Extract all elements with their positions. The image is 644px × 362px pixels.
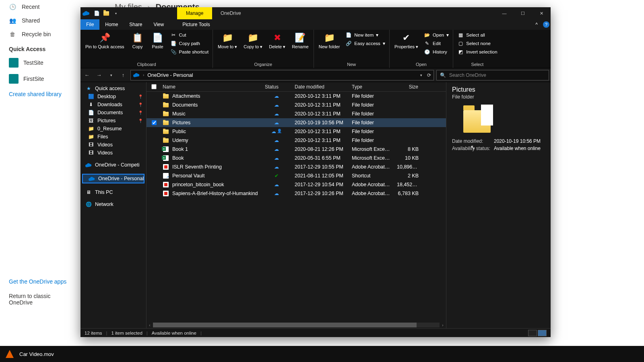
open-button[interactable]: 📂Open ▾ (422, 31, 450, 39)
file-row[interactable]: Personal Vault ✔ 2021-08-11 12:05 PM Sho… (147, 171, 446, 180)
copy-to-button[interactable]: 📁Copy to ▾ (241, 31, 265, 49)
manage-contextual-tab[interactable]: Manage (177, 7, 212, 19)
column-name[interactable]: Name (159, 84, 262, 90)
file-row[interactable]: Book ☁ 2020-05-31 6:55 PM Microsoft Exce… (147, 154, 446, 162)
nav-network[interactable]: 🌐Network (80, 200, 146, 208)
rename-button[interactable]: 📝Rename (289, 31, 311, 49)
nav-pinned-files[interactable]: 📁Files (80, 133, 146, 141)
minimize-button[interactable]: — (495, 7, 514, 19)
create-shared-library[interactable]: Create shared library (0, 87, 80, 101)
delete-button[interactable]: ✖Delete ▾ (266, 31, 288, 49)
search-box[interactable]: 🔍 Search OneDrive (436, 70, 549, 80)
scroll-left-icon[interactable]: ‹ (147, 323, 153, 327)
file-name: Book (172, 155, 184, 161)
nav-this-pc[interactable]: 🖥This PC (80, 188, 146, 196)
tab-view[interactable]: View (148, 19, 169, 30)
file-row[interactable]: Sapiens-A-Brief-History-of-Humankind ☁ 2… (147, 189, 446, 198)
tab-share[interactable]: Share (124, 19, 148, 30)
move-to-button[interactable]: 📁Move to ▾ (215, 31, 239, 49)
paste-shortcut-button[interactable]: 📎Paste shortcut (169, 48, 211, 56)
paste-button[interactable]: 📄Paste (149, 31, 167, 49)
taskbar-video-title[interactable]: Car Video.mov (19, 351, 54, 357)
nav-forward-button[interactable]: → (94, 70, 104, 80)
file-row[interactable]: Udemy ☁ 2020-10-12 3:11 PM File folder (147, 136, 446, 145)
nav-recent[interactable]: 🕒Recent (0, 0, 80, 14)
nav-recycle[interactable]: 🗑Recycle bin (0, 27, 80, 41)
path-current[interactable]: OneDrive - Personal (147, 72, 193, 78)
qat-folder-icon[interactable] (101, 7, 111, 19)
view-large-icons-button[interactable] (538, 330, 547, 336)
select-all-button[interactable]: ▦Select all (456, 31, 499, 39)
cloud-icon (89, 176, 95, 181)
new-folder-button[interactable]: 📁New folder (316, 31, 343, 49)
return-classic[interactable]: Return to classic OneDrive (0, 289, 80, 310)
nav-pinned-0_resume[interactable]: 📁0_Resume (80, 125, 146, 133)
edit-button[interactable]: ✎Edit (422, 40, 450, 47)
address-path[interactable]: › OneDrive - Personal ▾ ⟳ (130, 70, 434, 80)
site-testsite[interactable]: TestSite (0, 55, 80, 71)
scroll-right-icon[interactable]: › (440, 323, 446, 327)
tab-picture-tools[interactable]: Picture Tools (177, 19, 215, 30)
taskbar[interactable]: Car Video.mov (0, 346, 644, 362)
column-size[interactable]: Size (394, 84, 422, 90)
site-firstsite[interactable]: FirstSite (0, 71, 80, 87)
file-row[interactable]: Attachments ☁ 2020-10-12 3:11 PM File fo… (147, 92, 446, 101)
nav-back-button[interactable]: ← (82, 70, 92, 80)
get-onedrive-apps[interactable]: Get the OneDrive apps (0, 274, 80, 289)
cut-button[interactable]: ✂Cut (169, 31, 211, 39)
file-row[interactable]: princeton_bitcoin_book ☁ 2017-12-29 10:5… (147, 180, 446, 189)
tab-home[interactable]: Home (99, 19, 124, 30)
file-row[interactable]: Public ☁👤 2020-10-12 3:11 PM File folder (147, 127, 446, 136)
nav-pinned-videos[interactable]: 🎞Videos (80, 141, 146, 149)
qat-save-icon[interactable]: 📄 (92, 7, 101, 19)
copy-button[interactable]: 📋Copy (128, 31, 147, 49)
nav-up-button[interactable]: ↑ (118, 70, 128, 80)
refresh-button[interactable]: ⟳ (427, 72, 431, 78)
help-button[interactable]: ? (542, 19, 551, 30)
column-date[interactable]: Date modified (291, 84, 349, 90)
file-row[interactable]: ISLR Seventh Printing ☁ 2017-12-29 10:55… (147, 162, 446, 171)
row-checkbox[interactable] (152, 120, 157, 125)
column-checkbox[interactable] (149, 84, 159, 89)
file-row[interactable]: Music ☁ 2020-10-12 3:11 PM File folder (147, 109, 446, 118)
cloud-status-icon: ☁ (274, 155, 279, 161)
nav-shared[interactable]: 👥Shared (0, 14, 80, 27)
nav-onedrive-personal[interactable]: OneDrive - Personal (82, 174, 144, 183)
maximize-button[interactable]: ☐ (514, 7, 532, 19)
nav-recent-dropdown[interactable]: ▾ (106, 70, 116, 80)
titlebar[interactable]: 📄 ▾ Manage OneDrive — ☐ ✕ (80, 7, 551, 19)
tab-file[interactable]: File (80, 19, 99, 30)
vlc-icon[interactable] (6, 350, 14, 358)
close-button[interactable]: ✕ (532, 7, 551, 19)
navigation-pane[interactable]: ★Quick access 🟦Desktop📍⬇Downloads📍📄Docum… (80, 82, 147, 328)
easy-access-button[interactable]: 🔗Easy access ▾ (344, 40, 387, 47)
nav-onedrive-compete[interactable]: OneDrive - Competi (80, 161, 146, 169)
history-button[interactable]: 🕑History (422, 48, 450, 56)
select-none-button[interactable]: ▢Select none (456, 40, 499, 47)
cloud-status-icon: ☁ (274, 146, 279, 152)
nav-quick-access[interactable]: ★Quick access (80, 84, 146, 93)
file-row[interactable]: Documents ☁ 2020-10-12 3:11 PM File fold… (147, 101, 446, 109)
path-dropdown-icon[interactable]: ▾ (420, 73, 422, 77)
column-status[interactable]: Status (262, 84, 291, 90)
cloud-status-icon: ☁ (271, 129, 276, 134)
horizontal-scrollbar[interactable]: ‹ › (147, 322, 446, 328)
nav-pinned-videos[interactable]: 🎞Videos (80, 149, 146, 157)
qat-dropdown-icon[interactable]: ▾ (111, 7, 121, 19)
view-details-button[interactable] (528, 330, 537, 336)
new-item-button[interactable]: 📄New item ▾ (344, 31, 387, 39)
copy-path-button[interactable]: 📑Copy path (169, 40, 211, 47)
file-row[interactable]: Pictures ☁ 2020-10-19 10:56 PM File fold… (147, 118, 446, 127)
invert-selection-button[interactable]: ◩Invert selection (456, 48, 499, 56)
pin-to-quick-access-button[interactable]: 📌Pin to Quick access (83, 31, 127, 49)
nav-pinned-desktop[interactable]: 🟦Desktop📍 (80, 93, 146, 101)
column-type[interactable]: Type (349, 84, 394, 90)
nav-pinned-documents[interactable]: 📄Documents📍 (80, 109, 146, 117)
scroll-thumb[interactable] (153, 323, 417, 327)
file-list[interactable]: Attachments ☁ 2020-10-12 3:11 PM File fo… (147, 92, 446, 322)
nav-pinned-downloads[interactable]: ⬇Downloads📍 (80, 101, 146, 109)
file-row[interactable]: Book 1 ☁ 2020-08-21 12:26 PM Microsoft E… (147, 145, 446, 154)
nav-pinned-pictures[interactable]: 🖼Pictures📍 (80, 117, 146, 125)
properties-button[interactable]: ✔Properties ▾ (392, 31, 421, 49)
collapse-ribbon-icon[interactable]: ^ (531, 19, 542, 30)
